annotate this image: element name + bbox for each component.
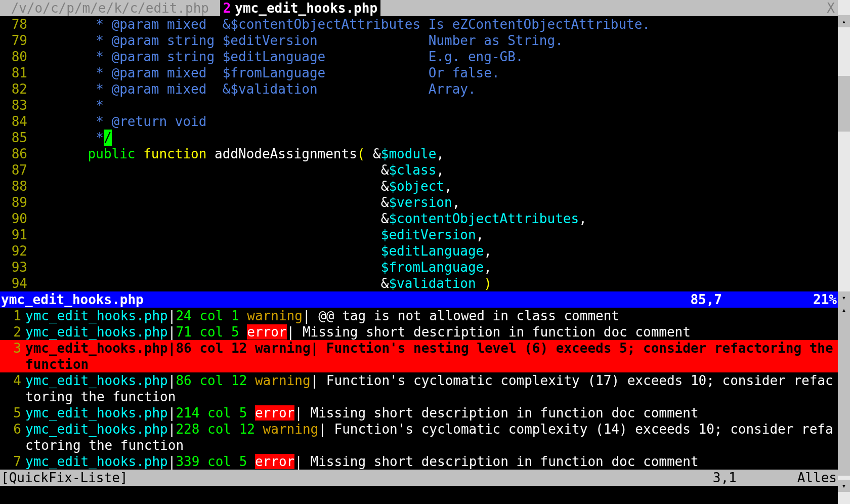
line-number: 81 bbox=[0, 65, 32, 81]
quickfix-body: ymc_edit_hooks.php|24 col 1 warning| @@ … bbox=[25, 308, 838, 324]
quickfix-item[interactable]: 3ymc_edit_hooks.php|86 col 12 warning| F… bbox=[0, 340, 838, 372]
line-number: 84 bbox=[0, 113, 32, 130]
tab-bar: /v/o/c/p/m/e/k/c/edit.php 2 ymc_edit_hoo… bbox=[0, 0, 838, 16]
line-number: 80 bbox=[0, 49, 32, 65]
code-line[interactable]: 86 public function addNodeAssignments( &… bbox=[0, 146, 838, 162]
code-line[interactable]: 94 &$validation ) bbox=[0, 275, 838, 291]
line-number: 93 bbox=[0, 259, 32, 275]
editor-root: /v/o/c/p/m/e/k/c/edit.php 2 ymc_edit_hoo… bbox=[0, 0, 850, 504]
quickfix-line-number: 5 bbox=[0, 405, 25, 421]
code-line[interactable]: 85 */ bbox=[0, 130, 838, 146]
line-number: 89 bbox=[0, 194, 32, 211]
quickfix-line-number: 6 bbox=[0, 421, 25, 453]
status-cursor-pos: 85,7 bbox=[690, 291, 813, 308]
scroll-thumb-code[interactable] bbox=[838, 76, 850, 132]
quickfix-pane[interactable]: 1ymc_edit_hooks.php|24 col 1 warning| @@… bbox=[0, 308, 838, 470]
quickfix-percent: Alles bbox=[797, 470, 838, 486]
code-line[interactable]: 88 &$object, bbox=[0, 178, 838, 194]
quickfix-body: ymc_edit_hooks.php|228 col 12 warning| F… bbox=[25, 421, 838, 453]
line-number: 78 bbox=[0, 16, 32, 32]
scroll-up-icon[interactable]: ▴ bbox=[838, 304, 850, 316]
status-bar-code: ymc_edit_hooks.php 85,7 21% bbox=[0, 291, 838, 308]
line-number: 79 bbox=[0, 32, 32, 49]
code-line[interactable]: 89 &$version, bbox=[0, 194, 838, 211]
line-number: 82 bbox=[0, 81, 32, 97]
quickfix-body: ymc_edit_hooks.php|214 col 5 error| Miss… bbox=[25, 405, 838, 421]
status-percent: 21% bbox=[813, 291, 838, 308]
line-number: 94 bbox=[0, 275, 32, 291]
quickfix-title: [QuickFix-Liste] bbox=[0, 470, 713, 486]
scroll-down-icon[interactable]: ▾ bbox=[838, 480, 850, 492]
quickfix-line-number: 4 bbox=[0, 372, 25, 405]
scroll-thumb-quickfix[interactable] bbox=[838, 316, 850, 476]
quickfix-item[interactable]: 7ymc_edit_hooks.php|339 col 5 error| Mis… bbox=[0, 453, 838, 470]
status-filename: ymc_edit_hooks.php bbox=[0, 291, 690, 308]
quickfix-body: ymc_edit_hooks.php|86 col 12 warning| Fu… bbox=[25, 340, 838, 372]
quickfix-cursor-pos: 3,1 bbox=[713, 470, 797, 486]
tab-active[interactable]: 2 ymc_edit_hooks.php bbox=[220, 0, 380, 16]
quickfix-item[interactable]: 5ymc_edit_hooks.php|214 col 5 error| Mis… bbox=[0, 405, 838, 421]
tab-filename: ymc_edit_hooks.php bbox=[235, 0, 377, 16]
code-line[interactable]: 90 &$contentObjectAttributes, bbox=[0, 211, 838, 227]
main-column: /v/o/c/p/m/e/k/c/edit.php 2 ymc_edit_hoo… bbox=[0, 0, 838, 504]
code-line[interactable]: 91 $editVersion, bbox=[0, 227, 838, 243]
quickfix-line-number: 7 bbox=[0, 453, 25, 470]
code-line[interactable]: 87 &$class, bbox=[0, 162, 838, 178]
code-line[interactable]: 84 * @return void bbox=[0, 113, 838, 130]
code-line[interactable]: 83 * bbox=[0, 97, 838, 113]
tab-number: 2 bbox=[223, 0, 231, 16]
code-line[interactable]: 93 $fromLanguage, bbox=[0, 259, 838, 275]
line-number: 92 bbox=[0, 243, 32, 259]
quickfix-line-number: 2 bbox=[0, 324, 25, 340]
line-number: 90 bbox=[0, 211, 32, 227]
code-line[interactable]: 80 * @param string $editLanguage E.g. en… bbox=[0, 49, 838, 65]
quickfix-body: ymc_edit_hooks.php|339 col 5 error| Miss… bbox=[25, 453, 838, 470]
line-number: 86 bbox=[0, 146, 32, 162]
quickfix-line-number: 1 bbox=[0, 308, 25, 324]
code-pane[interactable]: 78 * @param mixed &$contentObjectAttribu… bbox=[0, 16, 838, 291]
line-number: 83 bbox=[0, 97, 32, 113]
quickfix-line-number: 3 bbox=[0, 340, 25, 372]
scroll-up-icon[interactable]: ▴ bbox=[838, 15, 850, 27]
quickfix-body: ymc_edit_hooks.php|86 col 12 warning| Fu… bbox=[25, 372, 838, 405]
line-number: 85 bbox=[0, 130, 32, 146]
code-line[interactable]: 81 * @param mixed $fromLanguage Or false… bbox=[0, 65, 838, 81]
line-number: 88 bbox=[0, 178, 32, 194]
quickfix-item[interactable]: 1ymc_edit_hooks.php|24 col 1 warning| @@… bbox=[0, 308, 838, 324]
scrollbar-area: ▴ ▾ ▴ ▾ bbox=[838, 0, 850, 504]
line-number: 87 bbox=[0, 162, 32, 178]
code-line[interactable]: 82 * @param mixed &$validation Array. bbox=[0, 81, 838, 97]
tab-inactive[interactable]: /v/o/c/p/m/e/k/c/edit.php bbox=[0, 0, 220, 16]
quickfix-body: ymc_edit_hooks.php|71 col 5 error| Missi… bbox=[25, 324, 838, 340]
code-line[interactable]: 92 $editLanguage, bbox=[0, 243, 838, 259]
status-bar-quickfix: [QuickFix-Liste] 3,1 Alles bbox=[0, 470, 838, 486]
command-line[interactable] bbox=[0, 486, 838, 502]
quickfix-item[interactable]: 2ymc_edit_hooks.php|71 col 5 error| Miss… bbox=[0, 324, 838, 340]
line-number: 91 bbox=[0, 227, 32, 243]
code-line[interactable]: 79 * @param string $editVersion Number a… bbox=[0, 32, 838, 49]
tab-close-button[interactable]: X bbox=[824, 0, 838, 16]
quickfix-item[interactable]: 6ymc_edit_hooks.php|228 col 12 warning| … bbox=[0, 421, 838, 453]
code-line[interactable]: 78 * @param mixed &$contentObjectAttribu… bbox=[0, 16, 838, 32]
quickfix-item[interactable]: 4ymc_edit_hooks.php|86 col 12 warning| F… bbox=[0, 372, 838, 405]
